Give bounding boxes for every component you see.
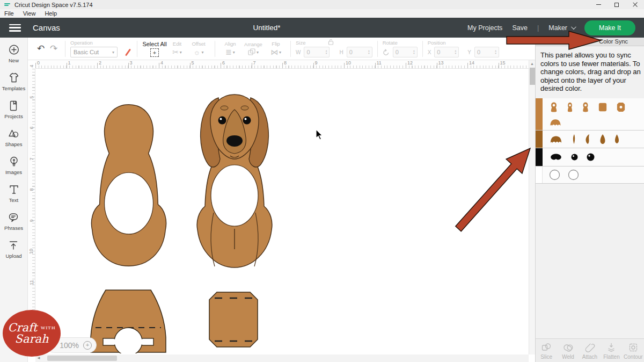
- menu-item[interactable]: File: [4, 10, 14, 17]
- color-bar-white[interactable]: [536, 166, 543, 183]
- sync-thumb-sliver[interactable]: [570, 134, 577, 144]
- sync-thumb-ear[interactable]: [584, 134, 591, 144]
- sync-thumb-fur[interactable]: [549, 118, 562, 127]
- edit-button[interactable]: Edit ✂▾: [167, 41, 187, 56]
- rotate-icon: [383, 49, 390, 56]
- shapes-icon: [7, 128, 20, 140]
- sidebar-item-upload[interactable]: Upload: [5, 240, 21, 259]
- lightbulb-icon: [8, 156, 20, 168]
- chevron-down-icon: ▾: [112, 50, 114, 55]
- weld-button[interactable]: Weld: [557, 339, 579, 362]
- sidebar-item-templates[interactable]: Templates: [2, 72, 25, 91]
- vertical-scroll-thumb[interactable]: [530, 68, 535, 85]
- slice-button[interactable]: Slice: [536, 339, 557, 362]
- chevron-down-icon: ▾: [279, 50, 281, 55]
- menu-item[interactable]: Help: [45, 10, 57, 17]
- stand-base-shape[interactable]: [85, 288, 172, 353]
- my-projects-link[interactable]: My Projects: [467, 24, 502, 32]
- x-position-input[interactable]: 0 ▴▾: [434, 47, 459, 57]
- sidebar-item-new[interactable]: New: [8, 44, 20, 63]
- size-label: Size: [296, 40, 372, 46]
- width-input[interactable]: 0 ▴▾: [304, 47, 330, 57]
- maximize-button[interactable]: [608, 0, 626, 9]
- sidebar-item-text[interactable]: Text: [8, 184, 20, 203]
- sidebar-item-images[interactable]: Images: [5, 156, 22, 175]
- operation-label: Operation: [70, 40, 132, 46]
- sync-thumb-body[interactable]: [581, 102, 590, 113]
- menu-bar: FileViewHelp: [0, 9, 644, 18]
- horizontal-scroll-thumb[interactable]: [47, 356, 117, 361]
- sync-thumb-pocket[interactable]: [597, 102, 608, 113]
- rotate-input[interactable]: 0 ▴▾: [393, 47, 418, 57]
- dog-body-blank-shape[interactable]: [82, 102, 176, 269]
- contour-button[interactable]: Contour: [623, 339, 644, 362]
- operation-group: Operation Basic Cut ▾: [70, 40, 132, 57]
- document-title[interactable]: Untitled*: [253, 24, 280, 32]
- select-all-button[interactable]: Select All +: [142, 41, 167, 57]
- chevron-down-icon: ▾: [201, 50, 203, 55]
- sync-thumb-teardrop[interactable]: [614, 134, 620, 144]
- tshirt-icon: [8, 72, 20, 84]
- stepper-icon[interactable]: ▴▾: [413, 49, 415, 55]
- color-group-tan[interactable]: [536, 98, 644, 131]
- menu-item[interactable]: View: [23, 10, 36, 17]
- close-button[interactable]: [626, 0, 644, 9]
- undo-icon[interactable]: ↶: [34, 43, 47, 54]
- position-label: Position: [428, 40, 499, 46]
- upload-icon: [7, 240, 20, 251]
- color-bar-tan[interactable]: [536, 98, 543, 130]
- cut-line-color-icon[interactable]: [125, 48, 131, 56]
- height-input[interactable]: 0 ▴▾: [347, 47, 372, 57]
- arrange-button[interactable]: Arrange ▾: [240, 41, 266, 56]
- color-bar-black[interactable]: [536, 148, 543, 166]
- slice-icon: [540, 342, 552, 353]
- color-bar-brown[interactable]: [536, 131, 543, 148]
- window-title: Cricut Design Space v7.5.174: [14, 2, 93, 8]
- stepper-icon[interactable]: ▴▾: [495, 49, 496, 55]
- arrange-icon: [248, 48, 255, 56]
- redo-icon[interactable]: ↷: [47, 43, 60, 54]
- sync-thumb-eye[interactable]: [586, 153, 595, 162]
- hamburger-menu-icon[interactable]: [9, 24, 21, 32]
- offset-button[interactable]: Offset ☼▾: [187, 41, 210, 56]
- scroll-up-icon[interactable]: ▲: [529, 60, 535, 67]
- attach-button[interactable]: Attach: [579, 339, 601, 362]
- contour-icon: [627, 342, 639, 353]
- sidebar-item-projects[interactable]: Projects: [4, 100, 23, 119]
- sidebar-item-phrases[interactable]: Phrases: [4, 212, 23, 231]
- sync-thumb-circle[interactable]: [549, 169, 560, 180]
- flatten-button[interactable]: Flatten: [601, 339, 622, 362]
- align-icon: ≣: [225, 48, 232, 56]
- align-button[interactable]: Align ≣▾: [220, 41, 240, 56]
- y-position-input[interactable]: 0 ▴▾: [474, 47, 499, 57]
- stepper-icon[interactable]: ▴▾: [326, 49, 327, 55]
- tab-color-sync[interactable]: Color Sync: [599, 38, 628, 45]
- sync-thumb-nose[interactable]: [549, 153, 563, 161]
- sync-thumb-body[interactable]: [549, 102, 559, 113]
- width-axis-label: W: [296, 49, 301, 55]
- color-group-black[interactable]: [536, 148, 644, 166]
- sync-thumb-fur[interactable]: [549, 134, 563, 144]
- stepper-icon[interactable]: ▴▾: [368, 49, 370, 55]
- sync-thumb-body[interactable]: [566, 102, 574, 113]
- dachshund-dog-shape[interactable]: [189, 90, 280, 276]
- minimize-button[interactable]: [589, 0, 608, 9]
- flip-button[interactable]: Flip ⋈▾: [266, 41, 286, 56]
- color-group-brown[interactable]: [536, 131, 644, 148]
- sync-thumb-circle[interactable]: [568, 169, 579, 180]
- sidebar-item-shapes[interactable]: Shapes: [5, 128, 22, 147]
- pocket-shape[interactable]: [208, 291, 259, 348]
- flip-icon: ⋈: [270, 48, 278, 56]
- operation-select[interactable]: Basic Cut ▾: [70, 47, 118, 57]
- select-all-icon: +: [150, 48, 159, 57]
- rotate-group: Rotate 0 ▴▾: [383, 40, 418, 57]
- stepper-icon[interactable]: ▴▾: [455, 49, 457, 55]
- projects-icon: [7, 100, 20, 112]
- zoom-in-icon[interactable]: +: [83, 341, 92, 350]
- color-group-white[interactable]: [536, 166, 644, 184]
- sync-thumb-teardrop[interactable]: [599, 134, 606, 144]
- horizontal-scrollbar[interactable]: ◄: [35, 354, 529, 362]
- sync-thumb-stand[interactable]: [616, 102, 626, 113]
- lock-aspect-icon[interactable]: [328, 39, 334, 45]
- sync-thumb-eye[interactable]: [570, 153, 579, 161]
